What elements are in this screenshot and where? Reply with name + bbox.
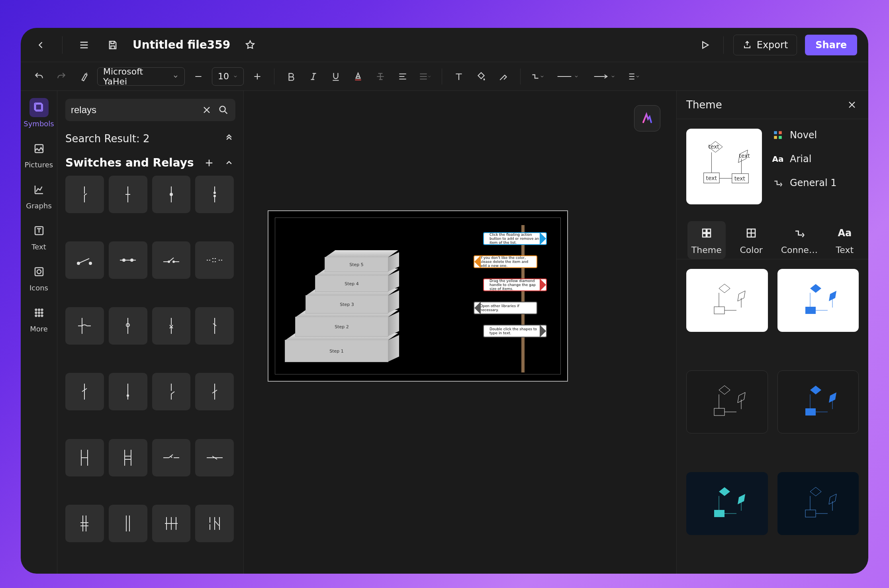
theme-card[interactable] [777,269,859,332]
text-tool-button[interactable] [450,68,468,85]
step-block[interactable]: Step 1 [285,340,388,362]
symbol-thumb[interactable] [195,505,234,542]
document-title[interactable]: Untitled file359 [133,38,230,51]
list-style-button[interactable] [624,68,642,85]
underline-button[interactable] [327,68,345,85]
format-painter-button[interactable] [75,68,92,85]
theme-card[interactable] [686,370,768,433]
symbol-thumb[interactable] [195,439,234,476]
rail-more[interactable]: More [29,303,49,333]
ai-assistant-button[interactable] [634,105,660,131]
svg-rect-34 [779,131,782,134]
export-button[interactable]: Export [733,35,797,55]
canvas-frame[interactable]: Step 1 Step 2 Step 3 Step 4 Step 5 Click… [268,210,568,382]
sign-arrow[interactable]: Double click the shapes to type in text. [483,325,547,337]
fill-color-button[interactable] [472,68,490,85]
titlebar-left-group: Untitled file359 [32,36,259,54]
svg-rect-33 [774,131,777,134]
collapse-results-button[interactable] [223,132,235,145]
symbol-thumb[interactable] [65,176,104,213]
font-size-selector[interactable]: 10 [212,67,244,86]
symbol-thumb[interactable] [65,307,104,345]
theme-overview-list: Novel Aa Arial General 1 [772,129,859,204]
rail-graphs[interactable]: Graphs [26,180,52,210]
rail-pictures[interactable]: Pictures [25,139,53,169]
symbol-thumb[interactable] [195,176,234,213]
symbol-thumb[interactable] [152,307,191,345]
symbol-thumb[interactable] [109,307,147,345]
add-category-button[interactable] [203,157,215,169]
theme-card[interactable] [686,472,768,535]
clear-search-button[interactable] [200,104,213,116]
rail-text-label: Text [31,243,46,251]
bold-button[interactable] [282,68,300,85]
theme-card[interactable] [686,269,768,332]
save-button[interactable] [104,36,121,54]
rail-icons[interactable]: Icons [29,262,49,292]
symbol-thumb[interactable] [152,439,191,476]
font-decrease-button[interactable] [190,68,207,85]
menu-button[interactable] [75,36,93,54]
symbol-thumb[interactable] [65,241,104,279]
symbol-thumb[interactable] [65,373,104,410]
symbol-thumb[interactable] [195,373,234,410]
symbol-thumb[interactable] [152,373,191,410]
connector-type-button[interactable] [529,68,546,85]
rail-symbols[interactable]: Symbols [23,98,54,128]
play-button[interactable] [696,36,714,54]
symbol-thumb[interactable] [152,241,191,279]
theme-tab-color[interactable]: Color [736,221,766,259]
theme-preview[interactable]: text text text text [686,129,762,204]
italic-button[interactable] [305,68,322,85]
font-color-button[interactable] [349,68,367,85]
undo-button[interactable] [30,68,48,85]
favorite-button[interactable] [241,36,259,54]
svg-point-16 [170,193,172,196]
theme-tab-connector[interactable]: Conne… [777,221,822,259]
symbol-thumb[interactable] [65,505,104,542]
step-block[interactable]: Step 4 [315,275,388,292]
collapse-category-button[interactable] [223,157,235,169]
line-spacing-button[interactable] [416,68,434,85]
close-theme-panel-button[interactable] [845,98,859,112]
rail-text[interactable]: Text [29,221,49,251]
symbol-thumb[interactable] [152,176,191,213]
theme-card[interactable] [777,472,859,535]
eyedropper-button[interactable] [495,68,512,85]
theme-tab-text[interactable]: Aa Text [832,221,858,259]
symbol-thumb[interactable] [195,241,234,279]
symbol-thumb[interactable] [109,373,147,410]
sign-arrow[interactable]: If you don't like the color, please dele… [474,255,537,268]
svg-point-12 [35,315,37,316]
symbol-thumb[interactable] [109,439,147,476]
arrow-style-button[interactable] [587,68,619,85]
share-button[interactable]: Share [805,35,857,55]
theme-tab-theme[interactable]: Theme [687,221,726,259]
svg-point-8 [41,309,43,310]
step-block[interactable]: Step 5 [325,257,388,272]
sign-arrow[interactable]: Click the floating action button to add … [483,232,547,245]
canvas[interactable]: Step 1 Step 2 Step 3 Step 4 Step 5 Click… [244,91,676,574]
redo-button[interactable] [53,68,70,85]
font-increase-button[interactable] [249,68,266,85]
line-style-button[interactable] [551,68,583,85]
symbol-thumb[interactable] [109,241,147,279]
sign-arrow[interactable]: Drag the yellow diamond handle to change… [483,278,547,291]
svg-point-26 [127,395,129,396]
symbol-thumb[interactable] [109,176,147,213]
symbol-thumb[interactable] [109,505,147,542]
theme-card[interactable] [777,370,859,433]
back-button[interactable] [32,36,49,54]
svg-point-11 [41,312,43,314]
search-button[interactable] [217,104,230,116]
sign-arrow[interactable]: Open other libraries if necessary. [474,302,537,314]
symbol-thumb[interactable] [65,439,104,476]
align-button[interactable] [394,68,411,85]
search-input[interactable] [71,104,196,116]
step-block[interactable]: Step 2 [295,317,388,337]
strikethrough-button[interactable] [372,68,389,85]
symbol-thumb[interactable] [195,307,234,345]
step-block[interactable]: Step 3 [305,295,388,314]
font-selector[interactable]: Microsoft YaHei [97,67,185,86]
symbol-thumb[interactable] [152,505,191,542]
